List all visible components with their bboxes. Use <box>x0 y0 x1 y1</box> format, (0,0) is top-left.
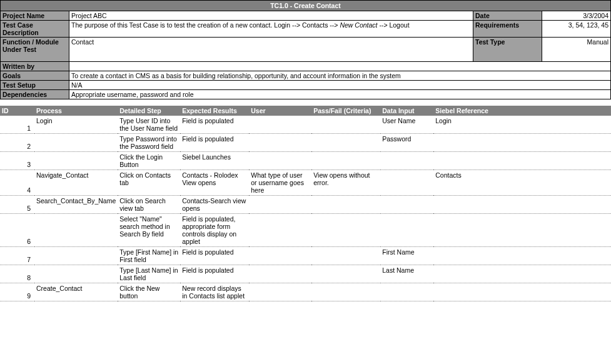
cell-process: Navigate_Contact <box>34 170 118 196</box>
cell-passfail <box>311 116 380 134</box>
label-written-by: Written by <box>1 62 69 71</box>
table-row: 8Type [Last Name] in Last fieldField is … <box>0 265 611 283</box>
table-row: 2Type Password into the Password fieldFi… <box>0 134 611 152</box>
cell-passfail <box>311 196 380 214</box>
cell-input <box>380 214 433 247</box>
cell-expected: Field is populated <box>180 116 249 134</box>
table-row: 1LoginType User ID into the User Name fi… <box>0 116 611 134</box>
col-process: Process <box>34 106 118 116</box>
cell-siebel <box>433 283 611 301</box>
cell-expected: Siebel Launches <box>180 152 249 170</box>
cell-process <box>34 265 118 283</box>
test-steps-table: ID Process Detailed Step Expected Result… <box>0 106 611 301</box>
label-test-type: Test Type <box>473 38 542 62</box>
cell-expected: Contacts - Rolodex View opens <box>180 170 249 196</box>
cell-user: What type of user or username goes here <box>249 170 311 196</box>
cell-input: User Name <box>380 116 433 134</box>
cell-passfail <box>311 247 380 265</box>
cell-passfail <box>311 214 380 247</box>
cell-user <box>249 247 311 265</box>
cell-step: Click the New button <box>118 283 180 301</box>
col-expected: Expected Results <box>180 106 249 116</box>
label-description: Test Case Description <box>1 21 69 38</box>
cell-input: First Name <box>380 247 433 265</box>
value-requirements: 3, 54, 123, 45 <box>542 21 611 38</box>
table-row: 7Type [First Name] in First fieldField i… <box>0 247 611 265</box>
cell-passfail <box>311 152 380 170</box>
label-goals: Goals <box>1 71 69 81</box>
cell-user <box>249 116 311 134</box>
cell-process <box>34 247 118 265</box>
cell-step: Type [Last Name] in Last field <box>118 265 180 283</box>
col-user: User <box>249 106 311 116</box>
cell-expected: Field is populated <box>180 265 249 283</box>
label-dependencies: Dependencies <box>1 90 69 99</box>
cell-user <box>249 283 311 301</box>
cell-id: 1 <box>0 116 34 134</box>
col-id: ID <box>0 106 34 116</box>
value-date: 3/3/2004 <box>542 11 611 21</box>
cell-process <box>34 134 118 152</box>
cell-id: 9 <box>0 283 34 301</box>
cell-passfail <box>311 134 380 152</box>
cell-siebel <box>433 265 611 283</box>
desc-text-2: --> Logout <box>377 21 409 29</box>
cell-expected: Field is populated, appropriate form con… <box>180 214 249 247</box>
cell-user <box>249 134 311 152</box>
value-written-by <box>69 62 611 71</box>
cell-expected: Field is populated <box>180 134 249 152</box>
cell-siebel <box>433 134 611 152</box>
cell-id: 5 <box>0 196 34 214</box>
cell-user <box>249 214 311 247</box>
col-input: Data Input <box>380 106 433 116</box>
cell-siebel <box>433 152 611 170</box>
cell-siebel: Contacts <box>433 170 611 196</box>
cell-input: Password <box>380 134 433 152</box>
cell-process: Search_Contact_By_Name <box>34 196 118 214</box>
cell-input <box>380 283 433 301</box>
cell-step: Type Password into the Password field <box>118 134 180 152</box>
cell-id: 7 <box>0 247 34 265</box>
value-test-type: Manual <box>542 38 611 62</box>
cell-expected: Field is populated <box>180 247 249 265</box>
cell-process: Create_Contact <box>34 283 118 301</box>
label-requirements: Requirements <box>473 21 542 38</box>
cell-step: Type User ID into the User Name field <box>118 116 180 134</box>
cell-passfail <box>311 265 380 283</box>
cell-expected: Contacts-Search view opens <box>180 196 249 214</box>
table-row: 5Search_Contact_By_NameClick on Search v… <box>0 196 611 214</box>
steps-header-row: ID Process Detailed Step Expected Result… <box>0 106 611 116</box>
desc-text-italic: New Contact <box>340 21 377 29</box>
doc-title: TC1.0 - Create Contact <box>1 1 611 11</box>
cell-step: Type [First Name] in First field <box>118 247 180 265</box>
col-passfail: Pass/Fail (Criteria) <box>311 106 380 116</box>
table-row: 9Create_ContactClick the New buttonNew r… <box>0 283 611 301</box>
col-step: Detailed Step <box>118 106 180 116</box>
cell-input: Last Name <box>380 265 433 283</box>
cell-id: 2 <box>0 134 34 152</box>
label-date: Date <box>473 11 542 21</box>
value-function: Contact <box>69 38 473 62</box>
value-goals: To create a contact in CMS as a basis fo… <box>69 71 611 81</box>
desc-text-1: The purpose of this Test Case is to test… <box>71 21 340 29</box>
label-test-setup: Test Setup <box>1 81 69 90</box>
cell-siebel: Login <box>433 116 611 134</box>
value-project-name: Project ABC <box>69 11 473 21</box>
cell-process: Login <box>34 116 118 134</box>
value-description: The purpose of this Test Case is to test… <box>69 21 473 38</box>
value-dependencies: Appropriate username, password and role <box>69 90 611 99</box>
test-case-header: TC1.0 - Create Contact Project Name Proj… <box>0 0 611 106</box>
cell-step: Select "Name" search method in Search By… <box>118 214 180 247</box>
table-row: 3Click the Login ButtonSiebel Launches <box>0 152 611 170</box>
label-function: Function / Module Under Test <box>1 38 69 62</box>
cell-passfail <box>311 283 380 301</box>
cell-input <box>380 170 433 196</box>
cell-id: 3 <box>0 152 34 170</box>
cell-user <box>249 265 311 283</box>
cell-expected: New record displays in Contacts list app… <box>180 283 249 301</box>
cell-siebel <box>433 214 611 247</box>
cell-id: 4 <box>0 170 34 196</box>
cell-siebel <box>433 196 611 214</box>
cell-user <box>249 196 311 214</box>
cell-siebel <box>433 247 611 265</box>
